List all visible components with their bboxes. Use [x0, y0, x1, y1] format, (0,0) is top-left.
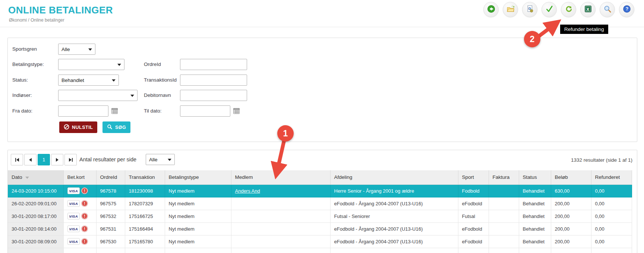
- cell-medlem: [231, 197, 330, 210]
- reset-button-label: NULSTIL: [72, 125, 93, 130]
- cell-betkort: VISA!: [63, 210, 96, 222]
- cell-dato: 26-02-2020 09:01:00: [8, 197, 63, 210]
- reset-button[interactable]: NULSTIL: [59, 121, 97, 133]
- results-panel: 1 Antal resultater per side Alle 1332 re…: [7, 150, 637, 253]
- chevron-down-icon: [117, 64, 121, 66]
- column-header-betalingstype[interactable]: Betalingstype: [165, 170, 231, 184]
- last-page-button[interactable]: [64, 154, 77, 165]
- indloser-select[interactable]: [58, 90, 138, 101]
- cell-refunderet: 0,00: [591, 197, 632, 210]
- excel-icon: X: [584, 5, 592, 15]
- til-dato-input[interactable]: [180, 105, 230, 117]
- next-page-icon: [56, 158, 59, 162]
- calendar-icon[interactable]: [111, 108, 118, 114]
- transaktionsid-label: TransaktionsId: [144, 75, 177, 86]
- transaktionsid-input[interactable]: [180, 75, 247, 86]
- table-row[interactable]: 30-01-2020 08:09:00 VISA! 967530 1751657…: [8, 235, 632, 248]
- column-header-sport[interactable]: Sport: [458, 170, 489, 184]
- next-page-button[interactable]: [51, 154, 63, 165]
- column-header-label: Dato: [12, 174, 22, 180]
- breadcrumb: Økonomi / Online betalinger: [9, 18, 64, 23]
- annotation-step-1: 1: [277, 125, 294, 142]
- per-page-value: Alle: [149, 157, 158, 162]
- column-header-medlem[interactable]: Medlem: [231, 170, 330, 184]
- table-row[interactable]: 30-01-2020 08:14:00 VISA! 967531 1751664…: [8, 222, 632, 235]
- betalingstype-select[interactable]: [58, 59, 124, 70]
- member-link[interactable]: Anders And: [235, 188, 260, 194]
- sportsgren-select[interactable]: Alle: [58, 44, 95, 55]
- column-header-ordreid[interactable]: OrdreId: [96, 170, 125, 184]
- column-header-betkort[interactable]: Bet.kort: [63, 170, 96, 184]
- last-page-icon: [69, 158, 72, 162]
- sportsgren-label: Sportsgren: [12, 44, 37, 55]
- cell-sport: eFodbold: [458, 222, 489, 235]
- zoom-search-button[interactable]: [600, 2, 615, 17]
- refund-payment-button[interactable]: [561, 2, 576, 17]
- table-header-row: Dato Bet.kort OrdreId Transaktion Betali…: [8, 170, 632, 184]
- status-value: Behandlet: [61, 78, 84, 83]
- page-header: ONLINE BETALINGER Økonomi / Online betal…: [0, 0, 644, 27]
- cell-refunderet: 0,00: [591, 222, 632, 235]
- cell-status: Behandlet: [519, 235, 551, 248]
- cell-sport: Futsal: [458, 210, 489, 222]
- report-button[interactable]: D: [522, 2, 537, 17]
- cell-betalingstype: Nyt medlem: [165, 197, 231, 210]
- sportsgren-value: Alle: [61, 47, 70, 52]
- results-summary: 1332 resultater (side 1 af 1): [571, 157, 632, 163]
- table-row[interactable]: 30-01-2020 08:17:00 VISA! 967532 1751667…: [8, 210, 632, 222]
- help-icon: ?: [623, 5, 631, 15]
- column-header-refunderet[interactable]: Refunderet: [591, 170, 632, 184]
- page-number-button[interactable]: 1: [38, 154, 50, 165]
- cell-medlem: Anders And: [231, 184, 330, 197]
- calendar-icon[interactable]: [233, 108, 240, 114]
- debitornavn-label: Debitornavn: [144, 90, 171, 101]
- column-header-status[interactable]: Status: [519, 170, 551, 184]
- cell-belob: 200,00: [551, 197, 591, 210]
- cell-betkort: VISA!: [63, 197, 96, 210]
- cell-transaktion: 175166725: [125, 210, 165, 222]
- status-label: Status:: [12, 75, 28, 86]
- cell-status: Behandlet: [519, 184, 551, 197]
- table-row[interactable]: 26-02-2020 09:01:00 VISA! 967575 1782073…: [8, 197, 632, 210]
- cell-belob: 200,00: [551, 235, 591, 248]
- approve-button[interactable]: [542, 2, 557, 17]
- column-header-belob[interactable]: Beløb: [551, 170, 591, 184]
- payment-alert-icon: !: [82, 226, 88, 232]
- back-button[interactable]: [483, 2, 499, 17]
- first-page-button[interactable]: [11, 154, 23, 165]
- cell-transaktion: 175165780: [125, 235, 165, 248]
- status-select[interactable]: Behandlet: [58, 75, 119, 86]
- column-header-afdeling[interactable]: Afdeling: [330, 170, 458, 184]
- visa-card-icon: VISA: [67, 187, 80, 194]
- cell-ordreid: 967532: [96, 210, 125, 222]
- annotation-step-2: 2: [524, 31, 540, 47]
- cell-betalingstype: Nyt medlem: [165, 222, 231, 235]
- cell-betkort: VISA!: [63, 222, 96, 235]
- cell-transaktion: 175166494: [125, 222, 165, 235]
- debitornavn-input[interactable]: [180, 90, 247, 101]
- column-header-transaktion[interactable]: Transaktion: [125, 170, 165, 184]
- cell-faktura: [489, 197, 519, 210]
- cell-betkort: VISA!: [63, 235, 96, 248]
- column-header-dato[interactable]: Dato: [8, 170, 63, 184]
- column-header-faktura[interactable]: Faktura: [489, 170, 519, 184]
- first-page-icon: [16, 158, 19, 162]
- cell-transaktion: 181230098: [125, 184, 165, 197]
- table-row-selected[interactable]: 24-03-2020 10:15:00 VISA! 967578 1812300…: [8, 184, 632, 197]
- svg-text:?: ?: [625, 6, 628, 12]
- betalingstype-label: Betalingstype:: [12, 59, 44, 70]
- refund-arrow-icon: [565, 5, 573, 15]
- cell-ordreid: 967578: [96, 184, 125, 197]
- export-excel-button[interactable]: X: [580, 2, 596, 17]
- search-button[interactable]: SØG: [102, 121, 130, 133]
- cell-betalingstype: Nyt medlem: [165, 235, 231, 248]
- help-button[interactable]: ?: [619, 2, 634, 17]
- ordreid-input[interactable]: [180, 59, 247, 70]
- fra-dato-input[interactable]: [58, 105, 108, 117]
- cell-belob: 200,00: [551, 210, 591, 222]
- open-file-button[interactable]: [503, 2, 518, 17]
- per-page-select[interactable]: Alle: [146, 154, 175, 165]
- first-page-icon: [15, 158, 16, 162]
- prev-page-button[interactable]: [24, 154, 37, 165]
- payment-alert-icon: !: [82, 213, 88, 219]
